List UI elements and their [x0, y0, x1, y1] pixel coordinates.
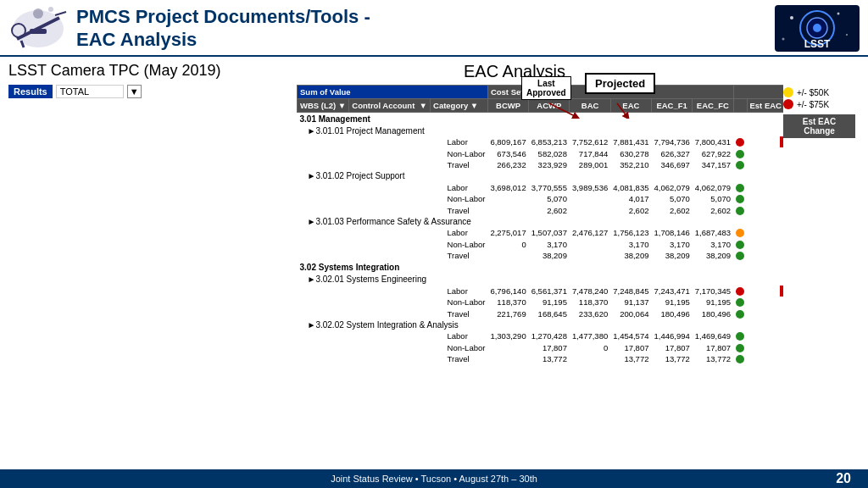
category-col-header[interactable]: Category ▼ [431, 99, 488, 113]
results-value: TOTAL [56, 85, 124, 98]
svg-point-11 [813, 24, 821, 32]
table-row: 3.02 Systems Integration [298, 261, 784, 274]
yellow-dot-icon [783, 87, 793, 97]
green-status-icon [736, 298, 744, 307]
telescope-logo [8, 5, 68, 52]
table-row: Travel 266,232 323,929 289,001 352,210 3… [298, 159, 784, 170]
table-row: Non-Labor 0 3,170 3,170 3,170 3,170 0 [298, 238, 784, 249]
green-status-icon [736, 150, 744, 158]
lsst-logo: LSST [775, 5, 860, 52]
eac-f1-col-header: EAC_F1 [651, 99, 692, 113]
svg-text:LSST: LSST [804, 38, 831, 50]
table-row: Non-Labor 673,546 582,028 717,844 630,27… [298, 147, 784, 158]
table-row: ►3.02.01 Systems Engineering [298, 274, 784, 285]
green-status-icon [736, 332, 744, 341]
last-approved-callout: LastApproved [521, 76, 571, 100]
acwp-col-header: ACWP [529, 99, 570, 113]
svg-point-14 [837, 13, 840, 15]
icon-col-header [733, 99, 747, 113]
page-number: 20 [836, 471, 851, 486]
footer: Joint Status Review • Tucson • August 27… [0, 469, 868, 488]
svg-point-16 [782, 38, 785, 41]
table-header-cols: WBS (L2) ▼ Control Account ▼ Category ▼ … [298, 99, 784, 113]
control-account-col-header[interactable]: Control Account ▼ [349, 99, 431, 113]
green-status-icon [736, 207, 744, 215]
bcwp-col-header: BCWP [487, 99, 528, 113]
svg-point-7 [48, 7, 53, 12]
bac-col-header: BAC [570, 99, 610, 113]
table-row: ►3.02.02 System Integration & Analysis [298, 319, 784, 330]
green-status-icon [736, 252, 744, 260]
svg-line-3 [55, 12, 66, 15]
table-row: Labor 6,796,140 6,561,371 7,478,240 7,24… [298, 285, 784, 296]
data-table: Sum of Value Cost Set ▼ WBS (L2) ▼ Contr… [297, 85, 783, 364]
table-row: ►3.01.01 Project Management [298, 125, 784, 136]
eac-col-header: EAC [610, 99, 651, 113]
main-content: LSST Camera TPC (May 2019) Results TOTAL… [0, 57, 868, 463]
table-row: 3.01 Management [298, 113, 784, 126]
sum-of-value-header: Sum of Value [298, 86, 488, 99]
projected-callout: Projected [585, 73, 655, 94]
green-status-icon [736, 310, 744, 319]
green-status-icon [736, 184, 744, 192]
table-row: ►3.01.02 Project Support [298, 170, 784, 181]
green-status-icon [736, 344, 744, 352]
svg-point-15 [846, 34, 848, 36]
est-eac-change-col-header: Est EAC Change [747, 99, 783, 113]
est-eac-box: Est EACChange [783, 114, 855, 138]
svg-point-13 [790, 16, 793, 19]
green-status-icon [736, 161, 744, 169]
page-header: PMCS Project Documents/Tools - EAC Analy… [0, 0, 868, 57]
green-status-icon [736, 241, 744, 249]
legend-yellow: +/- $50K [783, 87, 829, 97]
table-row: ►3.01.03 Performance Safety & Assurance [298, 216, 784, 227]
table-container: EAC Analysis LastApproved Projected [297, 62, 783, 461]
svg-rect-5 [30, 29, 47, 34]
table-row: Non-Labor 5,070 4,017 5,070 5,070 1,053 [298, 193, 784, 204]
red-status-icon [736, 287, 744, 296]
red-dot-icon [783, 99, 793, 109]
table-row: Travel 38,209 38,209 38,209 38,209 0 [298, 250, 784, 261]
table-row: Travel 221,769 168,645 233,620 200,064 1… [298, 308, 784, 319]
page-title: PMCS Project Documents/Tools - EAC Analy… [76, 6, 775, 51]
red-status-icon [736, 138, 744, 147]
results-label: Results [8, 85, 53, 98]
results-row: Results TOTAL ▼ [8, 85, 297, 98]
wbs-col-header[interactable]: WBS (L2) ▼ [298, 99, 349, 113]
legend: +/- $50K +/- $75K Est EACChange [783, 62, 860, 461]
table-body: 3.01 Management►3.01.01 Project Manageme… [298, 113, 784, 365]
orange-status-icon [736, 229, 744, 237]
legend-red: +/- $75K [783, 99, 829, 109]
results-dropdown[interactable]: ▼ [127, 85, 142, 98]
table-row: Labor 6,809,167 6,853,213 7,752,612 7,88… [298, 136, 784, 147]
table-row: Labor 2,275,017 1,507,037 2,476,127 1,75… [298, 227, 784, 238]
svg-point-6 [33, 8, 43, 19]
table-row: Labor 1,303,290 1,270,428 1,477,380 1,45… [298, 330, 784, 341]
change-header [733, 86, 783, 99]
camera-subtitle: LSST Camera TPC (May 2019) [8, 62, 297, 80]
table-row: Non-Labor 118,370 91,195 118,370 91,137 … [298, 297, 784, 308]
eac-fc-col-header: EAC_FC [693, 99, 733, 113]
table-row: Travel 13,772 13,772 13,772 13,772 0 [298, 353, 784, 364]
table-row: Labor 3,698,012 3,770,555 3,989,536 4,08… [298, 181, 784, 192]
green-status-icon [736, 355, 744, 363]
table-row: Travel 2,602 2,602 2,602 2,602 0 [298, 204, 784, 215]
green-status-icon [736, 195, 744, 203]
table-row: Non-Labor 17,807 0 17,807 17,807 17,807 … [298, 341, 784, 352]
left-panel: LSST Camera TPC (May 2019) Results TOTAL… [8, 62, 297, 461]
